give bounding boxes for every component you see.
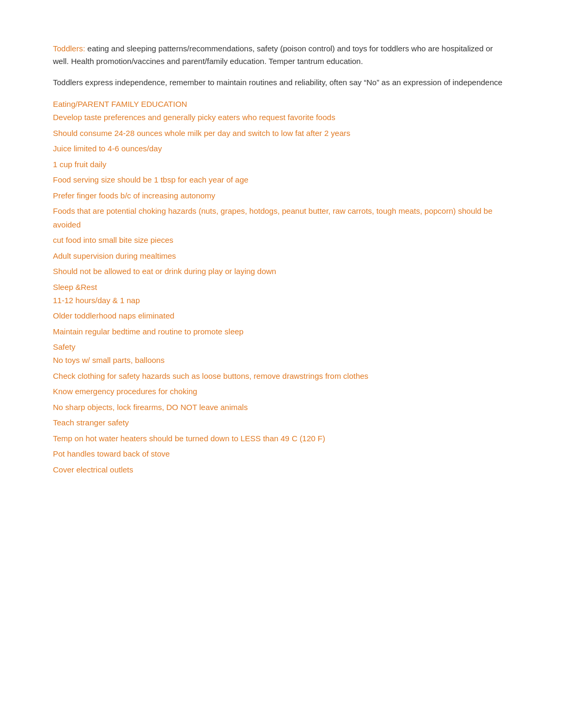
section-header-2: Safety: [53, 342, 509, 351]
section-2-item-5: Temp on hot water heaters should be turn…: [53, 432, 509, 445]
toddlers-label: Toddlers:: [53, 44, 85, 53]
independence-paragraph: Toddlers express independence, remember …: [53, 76, 509, 89]
section-0-item-2: Juice limited to 4-6 ounces/day: [53, 142, 509, 156]
section-header-0: Eating/PARENT FAMILY EDUCATION: [53, 99, 509, 108]
section-0-item-6: Foods that are potential choking hazards…: [53, 204, 509, 231]
section-2-item-3: No sharp objects, lock firearms, DO NOT …: [53, 401, 509, 414]
section-0-item-3: 1 cup fruit daily: [53, 158, 509, 171]
content-sections: Eating/PARENT FAMILY EDUCATION Develop t…: [53, 99, 509, 476]
section-1-item-0: 11-12 hours/day & 1 nap: [53, 294, 509, 307]
section-header-1: Sleep &Rest: [53, 283, 509, 292]
section-2-item-7: Cover electrical outlets: [53, 463, 509, 477]
section-0-item-8: Adult supervision during mealtimes: [53, 249, 509, 263]
section-0-item-0: Develop taste preferences and generally …: [53, 111, 509, 124]
section-0-item-4: Food serving size should be 1 tbsp for e…: [53, 173, 509, 187]
section-2-item-2: Know emergency procedures for choking: [53, 385, 509, 398]
section-1-item-2: Maintain regular bedtime and routine to …: [53, 325, 509, 339]
section-2-item-0: No toys w/ small parts, balloons: [53, 353, 509, 367]
intro-paragraph: Toddlers: eating and sleeping patterns/r…: [53, 42, 509, 68]
intro-text: eating and sleeping patterns/recommendat…: [53, 44, 493, 66]
section-0-item-7: cut food into small bite size pieces: [53, 233, 509, 247]
section-0-item-5: Prefer finger foods b/c of increasing au…: [53, 189, 509, 203]
section-0-item-1: Should consume 24-28 ounces whole milk p…: [53, 126, 509, 140]
section-2-item-4: Teach stranger safety: [53, 416, 509, 430]
section-2-item-1: Check clothing for safety hazards such a…: [53, 369, 509, 383]
section-2-item-6: Pot handles toward back of stove: [53, 447, 509, 461]
section-0-item-9: Should not be allowed to eat or drink du…: [53, 265, 509, 278]
section-1-item-1: Older toddlerhood naps eliminated: [53, 309, 509, 323]
